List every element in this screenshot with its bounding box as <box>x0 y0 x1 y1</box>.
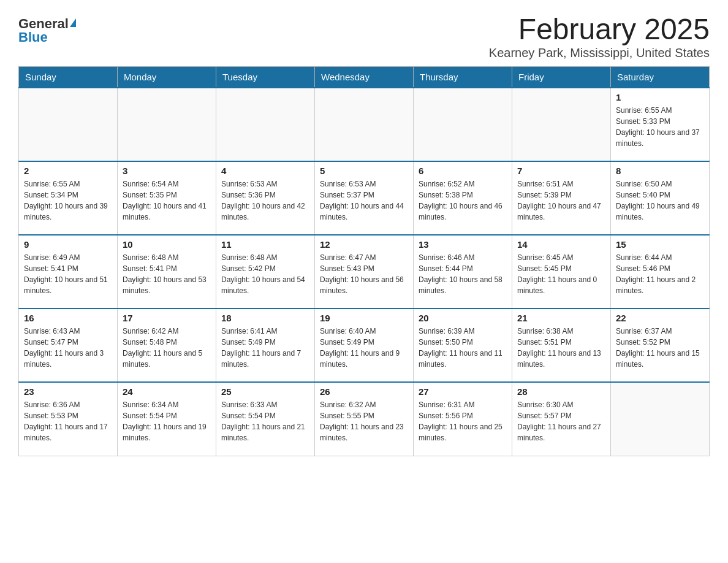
calendar-day-cell: 25Sunrise: 6:33 AMSunset: 5:54 PMDayligh… <box>216 382 315 456</box>
day-info: Sunrise: 6:36 AMSunset: 5:53 PMDaylight:… <box>24 399 112 443</box>
day-info: Sunrise: 6:32 AMSunset: 5:55 PMDaylight:… <box>320 399 408 443</box>
calendar-day-cell: 28Sunrise: 6:30 AMSunset: 5:57 PMDayligh… <box>512 382 611 456</box>
day-number: 22 <box>616 313 704 323</box>
day-number: 9 <box>24 239 112 250</box>
calendar-table: SundayMondayTuesdayWednesdayThursdayFrid… <box>18 66 710 456</box>
title-section: February 2025 Kearney Park, Mississippi,… <box>489 12 710 60</box>
calendar-day-cell: 11Sunrise: 6:48 AMSunset: 5:42 PMDayligh… <box>216 235 315 308</box>
day-info: Sunrise: 6:42 AMSunset: 5:48 PMDaylight:… <box>123 326 211 370</box>
day-info: Sunrise: 6:49 AMSunset: 5:41 PMDaylight:… <box>24 252 112 296</box>
logo: General Blue <box>18 12 76 44</box>
calendar-day-cell: 2Sunrise: 6:55 AMSunset: 5:34 PMDaylight… <box>19 161 118 235</box>
calendar-day-cell <box>315 88 414 161</box>
day-number: 28 <box>517 386 605 397</box>
day-info: Sunrise: 6:38 AMSunset: 5:51 PMDaylight:… <box>517 326 605 370</box>
day-info: Sunrise: 6:48 AMSunset: 5:42 PMDaylight:… <box>221 252 309 296</box>
day-of-week-header: Wednesday <box>315 67 414 88</box>
day-info: Sunrise: 6:53 AMSunset: 5:36 PMDaylight:… <box>221 178 309 223</box>
day-of-week-header: Tuesday <box>216 67 315 88</box>
day-number: 15 <box>616 239 704 250</box>
calendar-day-cell: 7Sunrise: 6:51 AMSunset: 5:39 PMDaylight… <box>512 161 611 235</box>
day-info: Sunrise: 6:41 AMSunset: 5:49 PMDaylight:… <box>221 326 309 370</box>
day-info: Sunrise: 6:55 AMSunset: 5:34 PMDaylight:… <box>24 178 112 223</box>
day-number: 18 <box>221 313 309 323</box>
day-info: Sunrise: 6:33 AMSunset: 5:54 PMDaylight:… <box>221 399 309 443</box>
day-info: Sunrise: 6:47 AMSunset: 5:43 PMDaylight:… <box>320 252 408 296</box>
day-number: 20 <box>419 313 507 323</box>
calendar-day-cell: 1Sunrise: 6:55 AMSunset: 5:33 PMDaylight… <box>611 88 710 161</box>
day-number: 10 <box>123 239 211 250</box>
calendar-day-cell <box>414 88 512 161</box>
day-of-week-header: Friday <box>512 67 611 88</box>
day-number: 8 <box>616 166 704 176</box>
day-of-week-header: Monday <box>118 67 216 88</box>
calendar-subtitle: Kearney Park, Mississippi, United States <box>489 46 710 60</box>
calendar-week-row: 1Sunrise: 6:55 AMSunset: 5:33 PMDaylight… <box>19 88 710 161</box>
day-info: Sunrise: 6:39 AMSunset: 5:50 PMDaylight:… <box>419 326 507 370</box>
day-number: 7 <box>517 166 605 176</box>
day-info: Sunrise: 6:53 AMSunset: 5:37 PMDaylight:… <box>320 178 408 223</box>
day-info: Sunrise: 6:31 AMSunset: 5:56 PMDaylight:… <box>419 399 507 443</box>
day-number: 3 <box>123 166 211 176</box>
day-info: Sunrise: 6:51 AMSunset: 5:39 PMDaylight:… <box>517 178 605 223</box>
day-number: 24 <box>123 386 211 397</box>
calendar-week-row: 23Sunrise: 6:36 AMSunset: 5:53 PMDayligh… <box>19 382 710 456</box>
calendar-day-cell <box>216 88 315 161</box>
day-info: Sunrise: 6:34 AMSunset: 5:54 PMDaylight:… <box>123 399 211 443</box>
calendar-day-cell: 27Sunrise: 6:31 AMSunset: 5:56 PMDayligh… <box>414 382 512 456</box>
calendar-day-cell <box>611 382 710 456</box>
day-of-week-header: Sunday <box>19 67 118 88</box>
calendar-day-cell <box>118 88 216 161</box>
logo-general-text: General <box>18 17 69 31</box>
day-number: 16 <box>24 313 112 323</box>
day-number: 26 <box>320 386 408 397</box>
day-number: 6 <box>419 166 507 176</box>
calendar-day-cell: 9Sunrise: 6:49 AMSunset: 5:41 PMDaylight… <box>19 235 118 308</box>
calendar-week-row: 9Sunrise: 6:49 AMSunset: 5:41 PMDaylight… <box>19 235 710 308</box>
day-number: 13 <box>419 239 507 250</box>
day-number: 1 <box>616 92 704 102</box>
calendar-body: 1Sunrise: 6:55 AMSunset: 5:33 PMDaylight… <box>19 88 710 456</box>
day-number: 14 <box>517 239 605 250</box>
day-of-week-header: Saturday <box>611 67 710 88</box>
calendar-day-cell: 20Sunrise: 6:39 AMSunset: 5:50 PMDayligh… <box>414 308 512 382</box>
day-info: Sunrise: 6:52 AMSunset: 5:38 PMDaylight:… <box>419 178 507 223</box>
calendar-day-cell: 5Sunrise: 6:53 AMSunset: 5:37 PMDaylight… <box>315 161 414 235</box>
calendar-day-cell: 18Sunrise: 6:41 AMSunset: 5:49 PMDayligh… <box>216 308 315 382</box>
calendar-day-cell: 3Sunrise: 6:54 AMSunset: 5:35 PMDaylight… <box>118 161 216 235</box>
calendar-day-cell: 14Sunrise: 6:45 AMSunset: 5:45 PMDayligh… <box>512 235 611 308</box>
day-info: Sunrise: 6:54 AMSunset: 5:35 PMDaylight:… <box>123 178 211 223</box>
calendar-day-cell: 24Sunrise: 6:34 AMSunset: 5:54 PMDayligh… <box>118 382 216 456</box>
day-info: Sunrise: 6:48 AMSunset: 5:41 PMDaylight:… <box>123 252 211 296</box>
calendar-day-cell <box>19 88 118 161</box>
calendar-day-cell: 6Sunrise: 6:52 AMSunset: 5:38 PMDaylight… <box>414 161 512 235</box>
page-header: General Blue February 2025 Kearney Park,… <box>18 12 710 60</box>
day-number: 5 <box>320 166 408 176</box>
day-number: 23 <box>24 386 112 397</box>
calendar-day-cell: 4Sunrise: 6:53 AMSunset: 5:36 PMDaylight… <box>216 161 315 235</box>
calendar-day-cell: 16Sunrise: 6:43 AMSunset: 5:47 PMDayligh… <box>19 308 118 382</box>
day-number: 21 <box>517 313 605 323</box>
day-info: Sunrise: 6:44 AMSunset: 5:46 PMDaylight:… <box>616 252 704 296</box>
calendar-title: February 2025 <box>489 12 710 46</box>
day-number: 25 <box>221 386 309 397</box>
day-info: Sunrise: 6:43 AMSunset: 5:47 PMDaylight:… <box>24 326 112 370</box>
calendar-week-row: 2Sunrise: 6:55 AMSunset: 5:34 PMDaylight… <box>19 161 710 235</box>
day-number: 27 <box>419 386 507 397</box>
calendar-header: SundayMondayTuesdayWednesdayThursdayFrid… <box>19 67 710 88</box>
calendar-day-cell: 23Sunrise: 6:36 AMSunset: 5:53 PMDayligh… <box>19 382 118 456</box>
calendar-day-cell: 8Sunrise: 6:50 AMSunset: 5:40 PMDaylight… <box>611 161 710 235</box>
calendar-day-cell: 15Sunrise: 6:44 AMSunset: 5:46 PMDayligh… <box>611 235 710 308</box>
day-number: 17 <box>123 313 211 323</box>
day-number: 2 <box>24 166 112 176</box>
days-of-week-row: SundayMondayTuesdayWednesdayThursdayFrid… <box>19 67 710 88</box>
calendar-day-cell: 22Sunrise: 6:37 AMSunset: 5:52 PMDayligh… <box>611 308 710 382</box>
logo-triangle-icon <box>70 18 76 27</box>
day-number: 4 <box>221 166 309 176</box>
calendar-day-cell: 19Sunrise: 6:40 AMSunset: 5:49 PMDayligh… <box>315 308 414 382</box>
day-number: 11 <box>221 239 309 250</box>
calendar-day-cell: 17Sunrise: 6:42 AMSunset: 5:48 PMDayligh… <box>118 308 216 382</box>
day-info: Sunrise: 6:37 AMSunset: 5:52 PMDaylight:… <box>616 326 704 370</box>
day-number: 12 <box>320 239 408 250</box>
day-info: Sunrise: 6:30 AMSunset: 5:57 PMDaylight:… <box>517 399 605 443</box>
